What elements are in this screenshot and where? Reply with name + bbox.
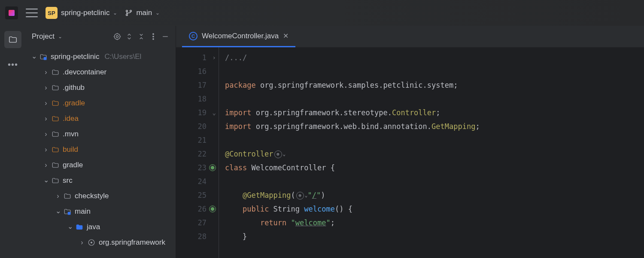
tree-item[interactable]: .github — [26, 80, 176, 95]
target-icon[interactable] — [113, 32, 122, 41]
nav-marker-icon[interactable] — [209, 164, 216, 171]
code-token: () { — [335, 205, 352, 213]
code-line[interactable] — [225, 64, 480, 78]
project-tree[interactable]: spring-petclinic C:\Users\El .devcontain… — [26, 47, 176, 258]
chevron-right-icon[interactable] — [43, 130, 49, 138]
tree-item[interactable]: main — [26, 204, 176, 219]
code-token: @Controller — [225, 150, 273, 158]
chevron-down-icon[interactable] — [43, 177, 49, 185]
chevron-right-icon[interactable] — [55, 192, 61, 200]
chevron-right-icon[interactable] — [43, 84, 49, 92]
globe-icon[interactable]: ⊕ — [296, 192, 304, 200]
project-badge-icon: SP — [46, 7, 58, 19]
svg-point-11 — [91, 242, 92, 243]
tree-item[interactable]: gradle — [26, 157, 176, 173]
chevron-right-icon[interactable] — [43, 161, 49, 169]
chevron-down-icon[interactable] — [67, 223, 73, 231]
folder-icon — [52, 68, 60, 76]
chevron-right-icon[interactable] — [43, 146, 49, 154]
code-line[interactable]: @GetMapping(⊕⌄"/") — [225, 188, 480, 202]
tree-item-label: .gradle — [63, 99, 85, 108]
folder-icon — [52, 177, 60, 184]
chevron-right-icon[interactable] — [79, 239, 85, 246]
chevron-down-icon[interactable]: ⌄ — [283, 151, 286, 157]
code-token — [286, 218, 291, 227]
tree-item[interactable]: java — [26, 219, 176, 235]
tree-item[interactable]: .mvn — [26, 126, 176, 142]
code-line[interactable]: /.../ — [225, 51, 480, 64]
tree-root[interactable]: spring-petclinic C:\Users\El — [26, 49, 176, 64]
tree-item[interactable]: .gradle — [26, 95, 176, 111]
nav-marker-icon[interactable] — [209, 206, 216, 212]
tree-item-label: .github — [63, 83, 85, 92]
code-line[interactable]: import org.springframework.stereotype.Co… — [225, 106, 480, 120]
fold-icon[interactable]: ⌄ — [213, 106, 216, 120]
collapse-icon[interactable] — [137, 32, 146, 41]
gutter-line: 18 — [176, 92, 207, 106]
code-line[interactable]: return "welcome"; — [225, 216, 480, 230]
tree-item[interactable]: .idea — [26, 111, 176, 126]
tree-item[interactable]: checkstyle — [26, 188, 176, 204]
code-lines[interactable]: /.../package org.springframework.samples… — [219, 47, 480, 258]
code-token: @GetMapping — [243, 191, 291, 200]
code-token: " — [326, 218, 330, 227]
app-icon[interactable] — [5, 6, 18, 19]
panel-title[interactable]: Project — [32, 32, 55, 41]
editor-area: C WelcomeController.java ✕ 1›16171819⌄20… — [176, 26, 644, 258]
ellipsis-icon: ••• — [8, 60, 18, 70]
close-icon[interactable]: ✕ — [283, 32, 289, 40]
svg-point-7 — [153, 39, 154, 40]
code-line[interactable]: class WelcomeController { — [225, 161, 480, 175]
code-line[interactable]: } — [225, 230, 480, 243]
tree-item-label: java — [87, 223, 100, 231]
code-line[interactable] — [225, 175, 480, 188]
project-selector[interactable]: SP spring-petclinic ⌄ — [46, 7, 117, 19]
chevron-right-icon[interactable] — [43, 115, 49, 123]
chevron-right-icon[interactable] — [43, 99, 49, 107]
code-line[interactable] — [225, 133, 480, 147]
fold-icon[interactable]: › — [213, 51, 216, 64]
editor-tab-active[interactable]: C WelcomeController.java ✕ — [182, 26, 295, 47]
gutter-line: 19⌄ — [176, 106, 207, 120]
svg-point-1 — [126, 14, 128, 16]
class-file-icon: C — [189, 32, 197, 40]
code-line[interactable]: import org.springframework.web.bind.anno… — [225, 120, 480, 133]
tree-item-label: build — [63, 145, 78, 154]
menu-icon[interactable] — [26, 9, 38, 17]
svg-point-0 — [126, 10, 128, 12]
project-name-label: spring-petclinic — [61, 9, 109, 17]
tree-item-label: checkstyle — [75, 192, 109, 200]
chevron-down-icon[interactable] — [31, 53, 37, 61]
tree-item-label: main — [75, 207, 91, 216]
gutter-line: 28 — [176, 230, 207, 243]
code-token: /.../ — [225, 53, 247, 62]
chevron-down-icon[interactable] — [55, 208, 61, 216]
code-line[interactable]: package org.springframework.samples.petc… — [225, 78, 480, 92]
code-line[interactable]: @Controller⊕⌄ — [225, 147, 480, 161]
code-token: ; — [331, 218, 335, 227]
code-token: package — [225, 81, 256, 89]
tree-item[interactable]: .devcontainer — [26, 64, 176, 80]
globe-icon[interactable]: ⊕ — [274, 150, 282, 158]
code-token: org.springframework.web.bind.annotation. — [251, 122, 431, 131]
chevron-right-icon[interactable] — [43, 68, 49, 76]
code-editor[interactable]: 1›16171819⌄20212223242526⌄2728 /.../pack… — [176, 47, 644, 258]
branch-selector[interactable]: main ⌄ — [125, 9, 160, 17]
project-tool-button[interactable] — [4, 31, 21, 48]
expand-icon[interactable] — [125, 32, 134, 41]
code-token: ( — [291, 191, 295, 200]
code-token — [225, 205, 243, 213]
folder-icon — [52, 130, 60, 138]
more-tools-button[interactable]: ••• — [4, 56, 21, 73]
more-icon[interactable] — [149, 32, 158, 41]
tree-item[interactable]: org.springframework — [26, 235, 176, 250]
tree-item[interactable]: src — [26, 173, 176, 188]
minimize-icon[interactable] — [161, 32, 170, 41]
svg-point-2 — [130, 10, 132, 12]
chevron-down-icon[interactable]: ⌄ — [58, 34, 62, 40]
branch-icon — [125, 9, 133, 17]
code-line[interactable]: public String welcome() { — [225, 202, 480, 216]
code-line[interactable] — [225, 92, 480, 106]
tree-item[interactable]: build — [26, 142, 176, 157]
gutter-line: 20 — [176, 120, 207, 133]
